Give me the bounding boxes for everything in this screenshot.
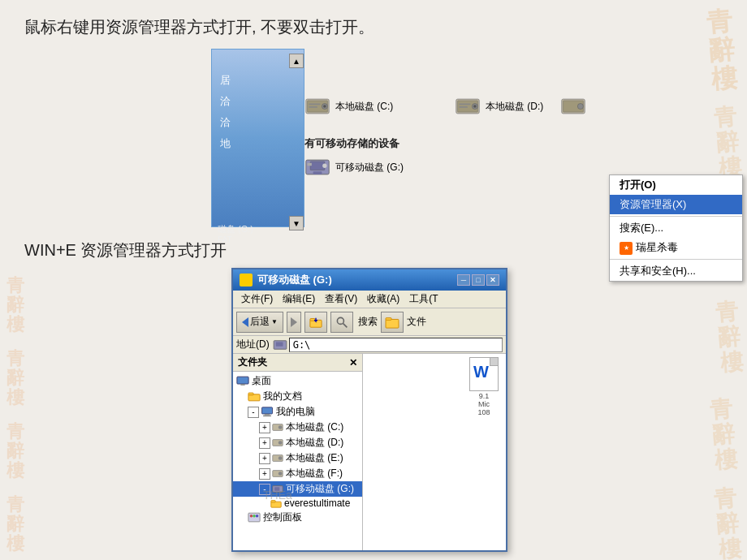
left-stamp-2: 青辭樓 [6,349,24,408]
tree-item-g[interactable]: - 可移动磁盘 (G:) [233,481,362,497]
menu-open[interactable]: 打开(O) [610,175,742,195]
drive-d-label: 本地磁盘 (D:) [486,100,543,114]
addressbar: 地址(D) G:\ [233,336,506,354]
ruixing-icon: ★ [620,242,633,255]
svg-rect-11 [459,106,468,108]
svg-point-48 [250,515,253,518]
mypc-expand[interactable]: - [248,407,259,418]
svg-rect-18 [308,163,312,166]
scroll-up[interactable]: ▲ [289,54,304,68]
panel-items: 居 洽 洽 地 [220,70,231,154]
tree-label-c: 本地磁盘 (C:) [286,420,343,434]
tree-item-desktop[interactable]: 桌面 [233,373,362,389]
context-menu-popup: 打开(O) 资源管理器(X) 搜索(E)... ★瑞星杀毒 共享和安全(H)..… [609,174,743,282]
word-version: 9.1 [464,392,504,400]
drive-g-row: 可移动磁盘 (G:) [304,154,404,180]
search-label: 搜索 [358,315,378,329]
close-button[interactable]: ✕ [486,274,499,286]
svg-point-3 [323,105,326,108]
svg-point-40 [279,456,283,460]
tree-label-mypc: 我的电脑 [276,405,315,419]
doc-corner [490,358,498,366]
svg-rect-29 [240,384,244,386]
svg-rect-33 [265,414,270,416]
menu-file[interactable]: 文件(F) [236,291,278,308]
drive-c-icon [304,96,330,117]
menu-search[interactable]: 搜索(E)... [610,218,742,238]
menu-view[interactable]: 查看(V) [320,291,362,308]
panel-background: ▲ 居 洽 洽 地 ▼ [211,49,304,227]
search-button[interactable] [330,312,353,333]
up-folder-button[interactable] [304,312,327,333]
svg-rect-32 [262,407,273,414]
watermark-left: 青辭樓 青辭樓 青辭樓 青辭樓 [0,0,73,560]
stamp-6: 青辭樓 [713,486,742,560]
folders-button[interactable] [381,312,404,333]
desktop-icon [236,376,249,386]
svg-rect-25 [386,317,391,320]
back-button[interactable]: 后退 ▼ [236,312,283,333]
d-expand[interactable]: + [259,437,270,449]
menu-favorites[interactable]: 收藏(A) [362,291,404,308]
word-desc: Mic [464,400,504,408]
menu-explorer[interactable]: 资源管理器(X) [610,195,742,214]
tree-item-e[interactable]: + 本地磁盘 (E:) [233,450,362,466]
left-stamp-1: 青辭樓 [6,276,24,335]
maximize-button[interactable]: □ [472,274,485,286]
svg-point-49 [253,515,256,518]
tree-item-controlpanel[interactable]: 控制面板 [233,510,362,525]
address-input[interactable]: G:\ [289,338,503,352]
scroll-down[interactable]: ▼ [289,216,304,230]
word-doc-item[interactable]: W 9.1 Mic 108 [464,357,504,416]
up-folder-icon [309,316,323,329]
tree-label-d: 本地磁盘 (D:) [286,436,343,450]
folder-panel-title: 文件夹 [238,355,267,369]
c-expand[interactable]: + [259,422,270,433]
tree-item-everest[interactable]: everestultimate [233,497,362,510]
drive-d-icon [455,96,481,117]
hdd-c-icon [272,423,283,432]
menu-antivirus[interactable]: ★瑞星杀毒 [610,238,742,257]
explorer-titlebar: 可移动磁盘 (G:) ─ □ ✕ [233,269,506,291]
svg-rect-24 [386,319,399,328]
tree-label-everest: everestultimate [284,498,350,509]
forward-button[interactable] [287,312,301,333]
menu-edit[interactable]: 编辑(E) [278,291,320,308]
tree-label-g: 可移动磁盘 (G:) [286,482,354,496]
drive-c-item: 本地磁盘 (C:) [304,96,393,117]
tree-item-f[interactable]: + 本地磁盘 (F:) [233,466,362,481]
svg-rect-27 [275,342,283,346]
menu-tools[interactable]: 工具(T [404,291,443,308]
f-expand[interactable]: + [259,468,270,480]
tree-item-mypc[interactable]: - 我的电脑 [233,404,362,420]
bottom-text: THEa [263,489,292,502]
panel-item-1: 居 [220,70,231,91]
tree-item-d[interactable]: + 本地磁盘 (D:) [233,435,362,450]
tree-item-mydocs[interactable]: 我的文档 [233,389,362,404]
svg-rect-4 [309,103,320,105]
minimize-button[interactable]: ─ [457,274,470,286]
e-expand[interactable]: + [259,453,270,464]
explorer-body: 文件夹 ✕ 桌面 [233,354,506,550]
svg-rect-28 [237,377,248,384]
menu-divider-2 [610,259,742,260]
tree-item-c[interactable]: + 本地磁盘 (C:) [233,420,362,435]
hdd-f-icon [272,469,283,478]
drive-d-item: 本地磁盘 (D:) [455,96,543,117]
svg-rect-34 [263,416,271,417]
explorer-menubar: 文件(F) 编辑(E) 查看(V) 收藏(A) 工具(T [233,291,506,308]
menu-divider-1 [610,216,742,217]
menu-share[interactable]: 共享和安全(H)... [610,261,742,281]
folder-panel: 文件夹 ✕ 桌面 [233,354,363,550]
panel-item-3: 洽 [220,112,231,133]
back-arrow-icon [242,317,248,327]
folders-icon [385,316,399,329]
main-content: 鼠标右键用资源管理器方式打开, 不要双击打开。 青辭樓 青辭樓 青辭樓 青辭樓 … [0,0,747,560]
svg-point-9 [473,105,477,108]
folder-panel-close[interactable]: ✕ [349,357,357,368]
drive-g-name: 磁盘 (G:) [218,223,253,235]
controlpanel-icon [248,512,261,523]
stamp-2: 青辭樓 [713,105,742,181]
address-label: 地址(D) [236,338,270,351]
left-stamp-3: 青辭樓 [6,422,24,481]
